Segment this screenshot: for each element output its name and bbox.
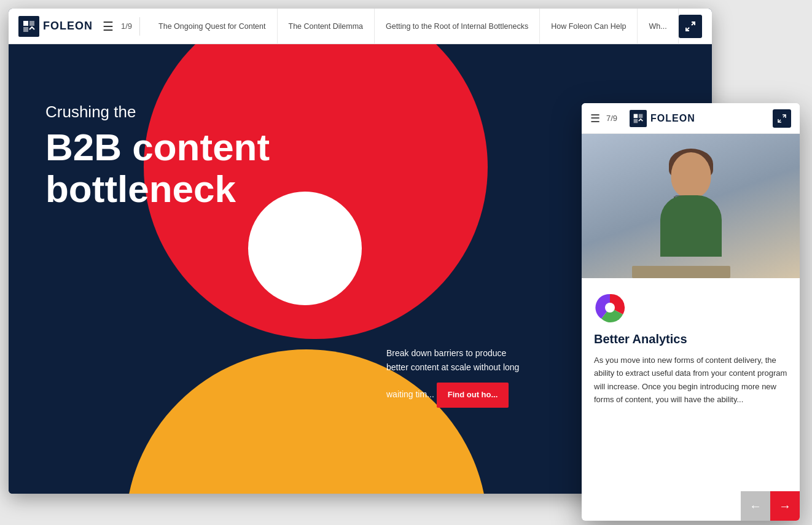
nav-logo[interactable]: FOLEON (18, 16, 93, 37)
svg-rect-5 (634, 114, 638, 118)
overlay-window: ☰ 7/9 FOLEON (582, 103, 800, 521)
overlay-section-title: Better Analytics (594, 332, 787, 346)
person-body (660, 195, 722, 257)
logo-text: FOLEON (43, 20, 93, 33)
overlay-logo-text: FOLEON (650, 113, 695, 124)
overlay-image (582, 134, 800, 278)
svg-rect-2 (23, 27, 28, 32)
nav-divider (139, 17, 140, 36)
nav-tab-bottlenecks[interactable]: Getting to the Root of Internal Bottlene… (375, 9, 540, 44)
person-head (671, 152, 711, 198)
nav-tab-help[interactable]: How Foleon Can Help (540, 9, 638, 44)
pie-chart-icon (594, 292, 626, 324)
overlay-expand-button[interactable] (773, 109, 791, 128)
overlay-logo[interactable]: FOLEON (630, 110, 695, 127)
laptop (632, 266, 730, 278)
overlay-nav: ☰ 7/9 FOLEON (582, 103, 800, 134)
overlay-page-number: 7/9 (606, 114, 617, 123)
hero-subtitle: Crushing the (45, 103, 270, 122)
nav-tab-dilemma[interactable]: The Content Dilemma (278, 9, 375, 44)
menu-icon[interactable]: ☰ (103, 19, 114, 34)
hero-text: Crushing the B2B contentbottleneck (45, 103, 270, 210)
hero-title: B2B contentbottleneck (45, 126, 270, 210)
cta-button[interactable]: Find out ho... (437, 383, 509, 408)
svg-rect-7 (634, 119, 638, 123)
nav-tab-quest[interactable]: The Ongoing Quest for Content (147, 9, 277, 44)
nav-tabs: The Ongoing Quest for Content The Conten… (147, 9, 679, 44)
overlay-logo-box (630, 110, 647, 127)
overlay-content: Better Analytics As you move into new fo… (582, 278, 800, 416)
nav-logo-box (18, 16, 39, 37)
next-arrow-button[interactable]: → (770, 491, 800, 521)
hero-body-text: Break down barriers to produce better co… (386, 346, 521, 408)
overlay-menu-icon[interactable]: ☰ (590, 112, 600, 125)
svg-rect-1 (29, 21, 34, 26)
svg-rect-0 (23, 21, 28, 26)
svg-rect-6 (639, 114, 643, 118)
page-number: 1/9 (121, 21, 132, 31)
nav-tab-more[interactable]: Wh... (638, 9, 678, 44)
expand-button[interactable] (679, 15, 702, 38)
nav-bar: FOLEON ☰ 1/9 The Ongoing Quest for Conte… (9, 9, 712, 44)
svg-point-15 (605, 303, 615, 313)
prev-arrow-button[interactable]: ← (741, 491, 770, 521)
overlay-body-text: As you move into new forms of content de… (594, 354, 787, 406)
overlay-nav-arrows: ← → (741, 491, 800, 521)
